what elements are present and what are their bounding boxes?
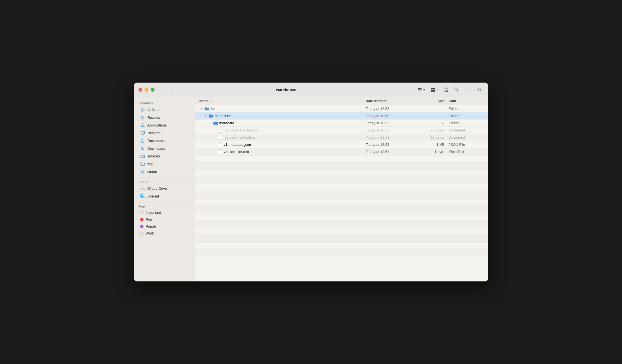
empty-row [195,242,488,249]
sidebar-item-recents[interactable]: Recents [136,114,193,121]
tag-purple-icon [140,225,143,228]
sidebar-item-stefan[interactable]: stefan [136,168,193,175]
svg-point-11 [141,108,144,111]
file-name: metadata [219,121,234,125]
row-kind: Plain Text [446,150,488,154]
row-date: Today at 18:53 [364,114,419,118]
icloud-section: iCloud iCloud Drive [134,179,195,200]
doc-file-icon [218,142,223,147]
name-column-header[interactable]: Name [195,99,364,103]
svg-rect-4 [433,88,435,89]
table-row[interactable]: ▾ metadata Today at 18:53 -- Folder [195,120,488,127]
svg-rect-6 [433,90,435,92]
more-button[interactable] [462,86,474,94]
file-name: .v1.metadata.json.crc [224,128,258,132]
svg-point-9 [467,89,467,90]
table-row[interactable]: ▾ steuerfuss Today at 18:53 -- Folder [195,112,488,120]
recents-icon [140,115,145,120]
favorites-section: Favorites AirDrop [134,100,195,175]
file-area: Name Date Modified Size Kind [195,97,488,281]
size-column-header[interactable]: Size [419,99,446,103]
file-name: .version-hint.text.crc [224,135,256,139]
sidebar-item-tag-important[interactable]: Important [136,209,193,216]
folder-icon [213,121,218,126]
sidebar-item-tag-work[interactable]: Work [136,230,193,237]
airdrop-label: AirDrop [147,108,160,112]
row-date: Today at 18:53 [364,128,419,132]
svg-rect-14 [141,131,145,134]
row-name-cell: .version-hint.text.crc [195,135,364,140]
shared-label: Shared [147,194,159,198]
sidebar-item-tag-purple[interactable]: Purple [136,223,193,230]
grid-view-button[interactable] [429,86,440,94]
toolbar-right [415,86,484,94]
tag-purple-label: Purple [146,224,156,228]
tag-red-label: Red [146,217,152,221]
disclosure-btn[interactable]: ▾ [199,107,203,111]
downloads-label: Downloads [147,146,165,151]
sidebar-item-documents[interactable]: Documents [136,137,193,144]
empty-row [195,249,488,256]
forward-button[interactable]: › [168,86,176,94]
documents-label: Documents [147,139,166,143]
sidebar-divider-1 [138,178,190,178]
empty-row [195,163,488,170]
sidebar-item-tmp[interactable]: tmp [136,160,193,168]
shared-icon [140,194,145,199]
row-size: -- [419,121,446,125]
empty-row [195,191,488,199]
row-date: Today at 18:53 [364,121,419,125]
file-name: v1.metadata.json [224,143,251,147]
table-row[interactable]: .v1.metadata.json.crc Today at 18:53 20 … [195,127,488,134]
svg-rect-17 [140,195,143,197]
fullscreen-button[interactable] [151,88,155,92]
back-button[interactable]: ‹ [159,86,167,94]
doc-file-icon [218,128,223,133]
table-row[interactable]: .version-hint.text.crc Today at 18:53 12… [195,134,488,141]
sidebar-divider-2 [138,202,190,202]
list-view-button[interactable] [415,86,427,94]
kind-column-header[interactable]: Kind [446,99,488,103]
row-name-cell: .v1.metadata.json.crc [195,128,364,133]
tag-button[interactable] [452,86,460,94]
sidebar-item-sources[interactable]: sources [136,152,193,160]
row-size: 1 KB [419,143,446,147]
close-button[interactable] [138,88,142,92]
disclosure-btn-placeholder [213,143,216,147]
table-row[interactable]: ▾ foo Today at 18:53 -- Folder [195,105,488,112]
sidebar-item-desktop[interactable]: Desktop [136,129,193,137]
sidebar-item-shared[interactable]: Shared [136,192,193,200]
sidebar-item-downloads[interactable]: Downloads [136,144,193,152]
table-row[interactable]: version-hint.text Today at 18:53 1 byte … [195,148,488,155]
row-size: 1 byte [419,150,446,154]
chevron-down-grid-icon [436,88,439,91]
date-column-header[interactable]: Date Modified [364,99,419,103]
tags-title: Tags [134,204,195,209]
kind-header-label: Kind [449,99,456,103]
table-row[interactable]: v1.metadata.json Today at 18:53 1 KB JSO… [195,141,488,148]
sidebar-item-airdrop[interactable]: AirDrop [136,106,193,114]
titlebar: ‹ › warehouse [134,83,488,97]
file-rows: ▾ foo Today at 18:53 -- Folder [195,105,488,281]
minimize-button[interactable] [145,88,148,92]
tag-important-label: Important [146,210,161,215]
disclosure-btn[interactable]: ▾ [204,114,208,118]
tag-icon [454,87,459,92]
chevron-down-more-icon [469,88,472,91]
row-kind: JSON File [446,143,488,147]
sidebar-item-tag-red[interactable]: Red [136,216,193,223]
sidebar-item-applications[interactable]: Applications [136,121,193,129]
disclosure-btn[interactable]: ▾ [208,121,212,125]
sidebar-item-icloud-drive[interactable]: iCloud Drive [136,184,193,192]
row-kind: Folder [446,107,488,111]
icloud-drive-icon [140,186,145,191]
share-button[interactable] [442,86,450,94]
icloud-drive-label: iCloud Drive [147,186,167,191]
share-icon [444,87,449,92]
search-button[interactable] [475,86,484,94]
folder-icon [204,106,209,111]
svg-rect-0 [418,88,422,89]
traffic-lights [138,88,155,92]
empty-row [195,206,488,213]
tmp-label: tmp [147,162,153,166]
